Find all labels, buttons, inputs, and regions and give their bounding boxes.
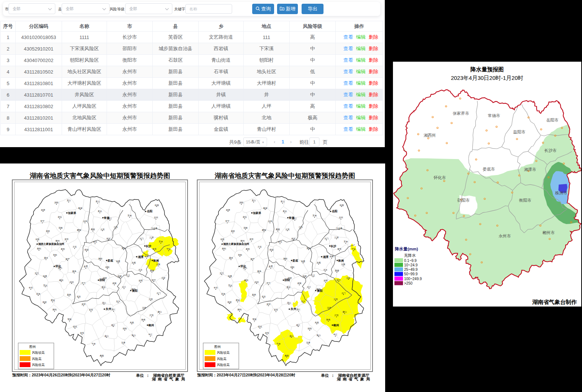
svg-text:株洲: 株洲: [78, 207, 82, 210]
svg-text:浏阳: 浏阳: [239, 201, 244, 204]
svg-text:50~99.9: 50~99.9: [404, 272, 418, 276]
svg-text:风险较高: 风险较高: [217, 351, 230, 354]
svg-text:郴州: 郴州: [148, 324, 154, 327]
svg-text:云溪: 云溪: [286, 228, 290, 231]
svg-text:新晃: 新晃: [269, 265, 273, 268]
svg-text:溆浦: 溆浦: [150, 269, 155, 272]
svg-text:衡阳: 衡阳: [317, 289, 323, 292]
svg-text:安乡: 安乡: [159, 240, 163, 243]
svg-text:双牌: 双牌: [226, 209, 231, 211]
svg-text:株洲: 株洲: [153, 259, 159, 262]
svg-text:澧县: 澧县: [229, 257, 234, 259]
svg-text:津市: 津市: [65, 238, 69, 241]
svg-text:泸溪: 泸溪: [150, 314, 154, 317]
svg-text:风险较高: 风险较高: [32, 351, 45, 354]
svg-text:娄底: 娄底: [107, 259, 114, 262]
svg-text:长沙: 长沙: [146, 244, 152, 248]
svg-text:武冈: 武冈: [255, 281, 259, 283]
svg-text:株洲: 株洲: [338, 259, 344, 262]
svg-text:宁远: 宁远: [167, 248, 171, 250]
svg-text:湘西土家族苗族自治州: 湘西土家族苗族自治州: [38, 242, 64, 246]
svg-text:辰溪: 辰溪: [36, 293, 41, 295]
svg-text:慈利: 慈利: [37, 247, 42, 250]
svg-text:图例: 图例: [214, 345, 221, 349]
svg-text:津市: 津市: [267, 303, 271, 306]
svg-text:新田: 新田: [67, 294, 71, 296]
svg-text:醴陵: 醴陵: [262, 229, 267, 231]
svg-text:双峰: 双峰: [329, 255, 334, 257]
svg-text:常德: 常德: [104, 216, 110, 220]
svg-text:桑植: 桑植: [285, 354, 289, 357]
svg-text:津市: 津市: [82, 303, 86, 306]
svg-text:桃源: 桃源: [228, 301, 232, 304]
svg-text:桃源: 桃源: [85, 249, 89, 251]
svg-text:郴州: 郴州: [333, 324, 339, 327]
svg-text:衡东: 衡东: [152, 248, 157, 250]
svg-text:保靖: 保靖: [303, 275, 307, 277]
svg-text:岳阳: 岳阳: [332, 210, 338, 213]
svg-text:芷江: 芷江: [35, 272, 39, 275]
svg-text:长沙市: 长沙市: [544, 148, 557, 153]
svg-text:湘潭: 湘潭: [323, 255, 329, 259]
svg-text:石门: 石门: [157, 292, 161, 295]
svg-text:君山: 君山: [280, 200, 285, 203]
svg-text:永兴: 永兴: [116, 300, 121, 302]
svg-text:石门: 石门: [325, 237, 329, 240]
svg-text:株洲: 株洲: [263, 207, 267, 210]
svg-text:汉寿: 汉寿: [327, 307, 332, 309]
svg-text:茶陵: 茶陵: [244, 227, 248, 229]
svg-text:临湘: 临湘: [340, 204, 344, 207]
svg-text:邵东: 邵东: [323, 279, 328, 282]
svg-text:临澧: 临澧: [301, 260, 306, 263]
svg-text:汉寿: 汉寿: [334, 298, 338, 301]
svg-text:10~24.9: 10~24.9: [404, 263, 418, 267]
svg-text:平江: 平江: [334, 333, 338, 336]
svg-text:湘潭: 湘潭: [138, 255, 144, 259]
svg-text:安化: 安化: [228, 284, 233, 287]
svg-text:常宁: 常宁: [40, 220, 45, 222]
svg-text:慈利: 慈利: [52, 308, 57, 311]
svg-text:中方: 中方: [267, 282, 271, 285]
svg-text:风险很高: 风险很高: [32, 363, 45, 367]
svg-text:沅陵: 沅陵: [156, 263, 161, 266]
svg-text:攸县: 攸县: [214, 286, 218, 289]
svg-text:凤凰: 凤凰: [315, 321, 319, 324]
svg-text:湘乡: 湘乡: [122, 247, 126, 250]
svg-text:双峰: 双峰: [144, 255, 149, 257]
svg-text:郴州市: 郴州市: [543, 230, 555, 235]
svg-text:资阳: 资阳: [53, 254, 57, 256]
svg-text:云溪: 云溪: [101, 228, 105, 231]
svg-text:城步: 城步: [106, 237, 111, 240]
svg-text:图例: 图例: [29, 345, 36, 349]
svg-text:邵阳: 邵阳: [284, 278, 290, 282]
svg-text:永兴: 永兴: [301, 300, 306, 302]
svg-text:益阳市: 益阳市: [513, 130, 526, 134]
svg-text:蓝山: 蓝山: [290, 335, 294, 337]
svg-text:桂东: 桂东: [80, 332, 85, 334]
svg-text:宁远: 宁远: [352, 248, 356, 250]
svg-text:临澧: 临澧: [116, 260, 121, 263]
svg-text:桂阳: 桂阳: [308, 327, 312, 330]
svg-text:醴陵: 醴陵: [77, 229, 82, 231]
svg-text:零陵: 零陵: [68, 318, 72, 320]
svg-text:攸县: 攸县: [29, 286, 33, 289]
svg-text:花垣: 花垣: [58, 216, 62, 218]
svg-text:澧县: 澧县: [101, 286, 106, 289]
svg-text:通道: 通道: [51, 299, 55, 301]
svg-text:祁东: 祁东: [36, 238, 40, 240]
svg-text:临澧: 临澧: [228, 275, 233, 278]
svg-text:张家界市: 张家界市: [453, 111, 469, 116]
svg-text:冷水滩: 冷水滩: [336, 227, 342, 230]
svg-text:会同: 会同: [339, 216, 343, 218]
svg-text:君山: 君山: [95, 200, 100, 203]
svg-text:茶陵: 茶陵: [59, 227, 63, 229]
svg-text:沅江: 沅江: [122, 286, 127, 288]
svg-text:浏阳: 浏阳: [54, 201, 59, 204]
svg-text:东安: 东安: [89, 309, 94, 311]
svg-text:衡南: 衡南: [141, 318, 146, 321]
svg-text:祁阳: 祁阳: [105, 266, 110, 269]
svg-text:邵阳: 邵阳: [99, 278, 105, 282]
svg-text:桑植: 桑植: [100, 354, 104, 357]
svg-text:麻阳: 麻阳: [244, 279, 248, 282]
svg-text:泸溪: 泸溪: [335, 314, 339, 317]
